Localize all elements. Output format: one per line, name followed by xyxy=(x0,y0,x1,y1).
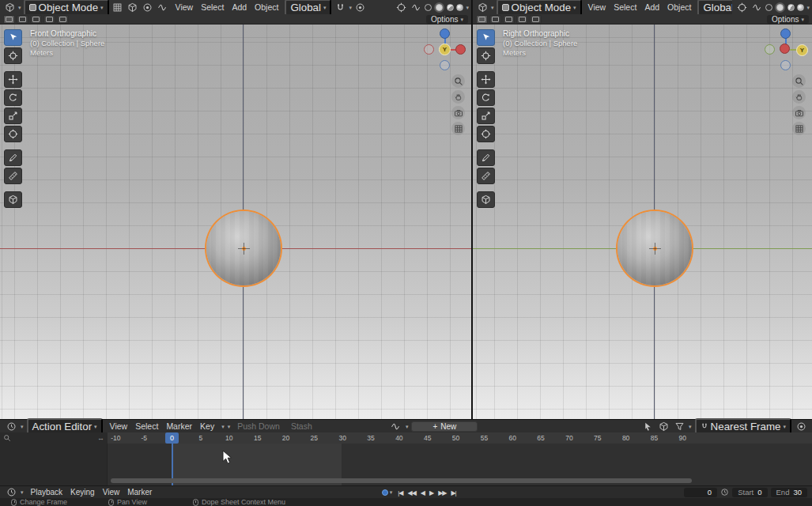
menu-item[interactable]: Object xyxy=(251,2,282,12)
toggle-icon[interactable] xyxy=(489,15,501,24)
gizmo-axis-x-negative[interactable] xyxy=(424,44,434,55)
navigation-gizmo[interactable]: Y xyxy=(424,28,466,71)
tool-add-cube[interactable] xyxy=(477,191,495,208)
viewport-canvas[interactable] xyxy=(0,25,471,419)
rendered-shading-button[interactable] xyxy=(797,4,804,11)
only-selected-icon[interactable] xyxy=(641,421,654,432)
search-icon[interactable] xyxy=(3,434,11,442)
sphere-object[interactable] xyxy=(617,211,692,285)
menu-item[interactable]: View xyxy=(106,421,132,431)
wireframe-shading-button[interactable] xyxy=(425,4,432,11)
menu-item[interactable]: Keying xyxy=(66,488,99,497)
tool-cursor[interactable] xyxy=(477,47,495,64)
overlays-icon[interactable] xyxy=(750,2,763,13)
tool-move[interactable] xyxy=(4,71,22,88)
timeline-editor-icon[interactable] xyxy=(5,487,17,498)
channel-region[interactable] xyxy=(0,444,108,485)
proportional-editing-icon[interactable] xyxy=(795,421,807,432)
pan-hand-icon[interactable] xyxy=(792,90,806,104)
menu-item[interactable]: View xyxy=(584,2,610,12)
menu-item[interactable]: Add xyxy=(228,2,251,12)
transport-button[interactable]: ◀◀ xyxy=(406,489,418,497)
tool-scale[interactable] xyxy=(477,108,495,124)
tool-move[interactable] xyxy=(477,71,495,88)
gizmo-axis-y-negative[interactable] xyxy=(765,44,775,55)
end-frame-field[interactable]: End30 xyxy=(771,488,807,497)
tool-measure[interactable] xyxy=(4,168,22,184)
overlays-icon[interactable] xyxy=(410,2,422,13)
grease-pencil-icon[interactable] xyxy=(111,2,124,13)
toggle-icon[interactable] xyxy=(516,15,528,24)
gizmo-axis-y-hovered[interactable]: Y xyxy=(439,43,451,55)
menu-item[interactable]: View xyxy=(99,488,124,497)
toggle-icon[interactable] xyxy=(43,15,55,24)
current-frame-indicator[interactable]: 0 xyxy=(165,432,179,444)
tool-rotate[interactable] xyxy=(477,89,495,106)
transport-button[interactable]: ◀ xyxy=(418,489,427,497)
camera-icon[interactable] xyxy=(451,106,465,119)
push-down-button[interactable]: Push Down xyxy=(233,421,284,431)
wireframe-shading-button[interactable] xyxy=(765,4,772,11)
filter-funnel-icon[interactable] xyxy=(673,421,685,432)
stash-button[interactable]: Stash xyxy=(287,421,316,431)
tool-annotate[interactable] xyxy=(4,149,22,166)
tool-cursor[interactable] xyxy=(4,47,22,64)
dopesheet-editor-type-button[interactable] xyxy=(5,421,17,432)
tool-rotate[interactable] xyxy=(4,89,22,106)
toggle-icon[interactable] xyxy=(530,15,542,24)
gizmo-axis-z-negative[interactable] xyxy=(440,60,450,70)
options-button[interactable]: Options▾ xyxy=(426,15,468,24)
gizmo-axis-x-front[interactable] xyxy=(780,43,790,54)
editor-type-button[interactable] xyxy=(476,2,489,13)
current-frame-field[interactable]: 0 xyxy=(684,488,717,497)
tool-transform[interactable] xyxy=(4,126,22,142)
viewport-right-view[interactable]: ▾ Object Mode▾ ViewSelectAddObject Globa… xyxy=(473,0,812,419)
menu-item[interactable]: Object xyxy=(663,2,695,12)
zoom-icon[interactable] xyxy=(792,74,806,88)
gizmo-axis-y-hovered[interactable]: Y xyxy=(796,44,808,56)
tool-transform[interactable] xyxy=(477,126,495,142)
new-action-button[interactable]: + New xyxy=(411,421,478,432)
toggle-icon[interactable] xyxy=(476,15,488,24)
mode-dropdown[interactable]: Object Mode▾ xyxy=(497,0,582,14)
snap-magnet-icon[interactable] xyxy=(334,2,346,13)
transport-button[interactable]: |◀ xyxy=(395,489,405,497)
tool-measure[interactable] xyxy=(477,168,495,184)
menu-item[interactable]: Select xyxy=(197,2,228,12)
gizmo-axis-z-negative[interactable] xyxy=(780,60,791,70)
options-button[interactable]: Options▾ xyxy=(767,15,809,24)
solid-shading-button[interactable] xyxy=(776,4,784,11)
proportional-editing-icon[interactable] xyxy=(354,2,367,13)
viewport-canvas[interactable] xyxy=(473,25,812,419)
menu-item[interactable]: Select xyxy=(610,2,640,12)
mode-dropdown[interactable]: Object Mode▾ xyxy=(24,0,109,14)
editor-type-button[interactable] xyxy=(3,2,16,13)
orientation-dropdown[interactable]: Global▾ xyxy=(285,0,331,14)
material-shading-button[interactable] xyxy=(787,4,795,11)
gizmo-axis-x-positive[interactable] xyxy=(455,44,466,55)
ortho-grid-icon[interactable] xyxy=(792,122,806,135)
navigation-gizmo[interactable]: Y xyxy=(765,28,807,71)
transport-button[interactable]: ▶| xyxy=(448,489,458,497)
browse-action-icon[interactable] xyxy=(390,421,402,432)
expand-icon[interactable]: ↔ xyxy=(97,434,104,442)
horizontal-scrollbar[interactable] xyxy=(111,478,692,483)
start-frame-field[interactable]: Start0 xyxy=(732,488,767,497)
timeline-ruler[interactable]: -10-505101520253035404550556065707580859… xyxy=(0,432,812,444)
camera-icon[interactable] xyxy=(792,106,806,119)
toggle-icon[interactable] xyxy=(30,15,42,24)
viewport-front[interactable]: ▾ Object Mode▾ ViewSelectAddObject Globa… xyxy=(0,0,472,419)
toggle-icon[interactable] xyxy=(3,15,15,24)
tool-annotate[interactable] xyxy=(477,149,495,166)
tool-add-cube[interactable] xyxy=(4,191,22,208)
tool-scale[interactable] xyxy=(4,108,22,124)
menu-item[interactable]: Marker xyxy=(162,421,196,431)
sphere-object[interactable] xyxy=(206,211,281,285)
menu-item[interactable]: Key xyxy=(196,421,218,431)
gizmo-axis-z-positive[interactable] xyxy=(780,28,791,39)
dopesheet-canvas[interactable] xyxy=(0,444,812,485)
material-shading-button[interactable] xyxy=(447,4,454,11)
tool-tweak-select[interactable] xyxy=(4,29,22,46)
menu-item[interactable]: View xyxy=(172,2,198,12)
zoom-icon[interactable] xyxy=(451,74,465,88)
